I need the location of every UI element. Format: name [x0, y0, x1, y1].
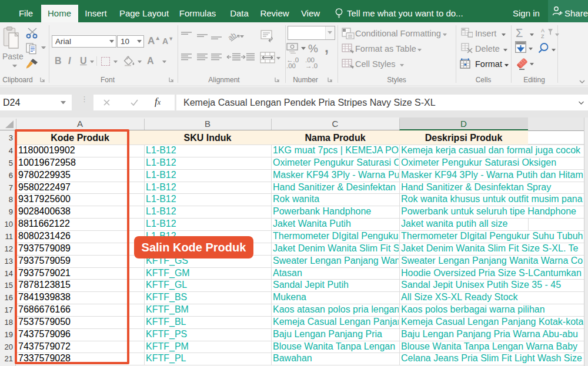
svg-text:A: A — [541, 28, 544, 33]
svg-text:Z: Z — [541, 33, 544, 39]
